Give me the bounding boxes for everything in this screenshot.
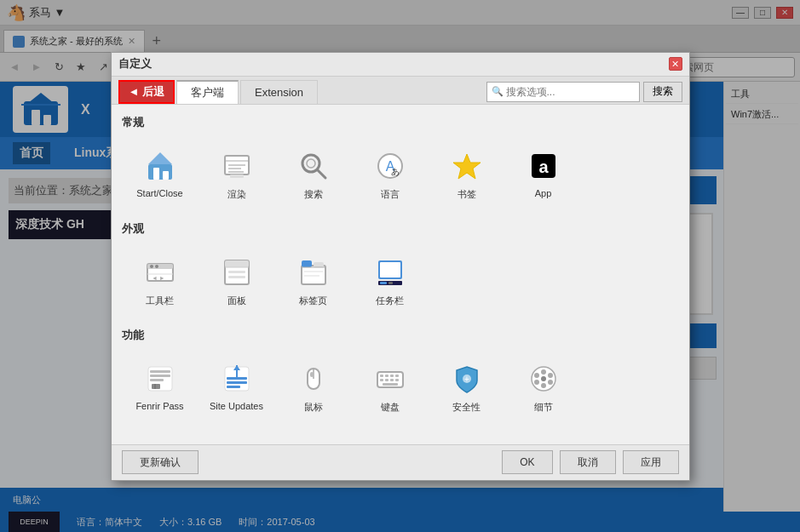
dialog-search-area: 🔍 搜索 <box>486 82 682 102</box>
taskbar-icon <box>373 255 407 289</box>
dialog-titlebar: 自定义 ✕ <box>112 53 689 77</box>
svg-rect-65 <box>385 375 388 377</box>
updates-label: Site Updates <box>210 401 263 411</box>
appearance-item-tabs[interactable]: 标签页 <box>275 249 352 314</box>
dialog-search-button[interactable]: 搜索 <box>643 82 682 102</box>
svg-rect-57 <box>227 377 247 380</box>
svg-rect-51 <box>150 379 164 381</box>
appearance-icon-grid: ◄ ► 工具栏 <box>122 249 679 314</box>
svg-rect-46 <box>380 282 387 284</box>
features-item-security[interactable]: + 安全性 <box>429 355 505 420</box>
features-section-label: 功能 <box>122 328 679 346</box>
language-label: 语言 <box>381 188 400 201</box>
security-label: 安全性 <box>452 401 481 414</box>
features-item-updates[interactable]: Site Updates <box>199 355 275 420</box>
svg-rect-50 <box>150 375 170 377</box>
svg-rect-47 <box>388 282 393 284</box>
dialog-title: 自定义 <box>118 56 152 72</box>
svg-rect-69 <box>385 379 388 381</box>
general-item-language[interactable]: A あ 语言 <box>352 142 429 208</box>
svg-rect-62 <box>310 372 314 377</box>
keyboard-icon <box>373 362 407 396</box>
svg-marker-23 <box>453 154 481 179</box>
bookmark-icon-item <box>450 149 484 183</box>
dialog-search-input[interactable] <box>486 82 640 102</box>
extension-tab[interactable]: Extension <box>240 80 318 104</box>
client-tab[interactable]: 客户端 <box>176 80 239 104</box>
fenrir-label: Fenrir Pass <box>135 401 183 411</box>
svg-rect-49 <box>150 370 170 373</box>
svg-point-77 <box>548 373 553 378</box>
panel-label: 面板 <box>227 295 246 307</box>
svg-text:◄ ►: ◄ ► <box>152 275 165 281</box>
appearance-section-label: 外观 <box>122 221 679 240</box>
mouse-icon <box>296 362 331 396</box>
svg-text:+: + <box>464 375 469 384</box>
apply-button[interactable]: 应用 <box>623 450 679 474</box>
svg-rect-16 <box>230 174 244 178</box>
svg-rect-38 <box>302 260 312 267</box>
svg-rect-58 <box>227 381 247 384</box>
features-item-keyboard[interactable]: 键盘 <box>352 355 429 420</box>
svg-rect-71 <box>395 379 399 381</box>
dialog-body: 常规 Start/Close <box>112 105 689 444</box>
toolbar-icon: ◄ ► <box>143 255 177 289</box>
taskbar-label: 任务栏 <box>376 295 404 307</box>
general-section-label: 常规 <box>122 115 679 134</box>
general-item-render[interactable]: 渲染 <box>199 142 275 208</box>
svg-rect-9 <box>153 168 159 180</box>
general-icon-grid: Start/Close 渲染 <box>122 142 679 208</box>
appearance-item-panel[interactable]: 面板 <box>199 249 275 314</box>
features-item-details[interactable]: 细节 <box>505 355 582 420</box>
svg-point-28 <box>150 265 153 268</box>
ok-button[interactable]: OK <box>502 450 552 474</box>
svg-rect-35 <box>228 271 245 273</box>
svg-rect-44 <box>380 262 400 277</box>
general-item-startclose[interactable]: Start/Close <box>122 142 199 208</box>
appearance-item-taskbar[interactable]: 任务栏 <box>352 249 429 314</box>
startclose-icon <box>143 149 177 183</box>
back-tab-label: ◄ 后退 <box>129 84 164 100</box>
cancel-button[interactable]: 取消 <box>560 450 616 474</box>
svg-marker-8 <box>148 152 172 164</box>
svg-rect-39 <box>314 262 324 267</box>
svg-rect-64 <box>380 375 383 377</box>
general-item-app[interactable]: a App <box>505 142 582 208</box>
svg-rect-13 <box>228 164 245 166</box>
svg-rect-36 <box>228 276 245 278</box>
features-item-fenrir[interactable]: Fenrir Pass <box>122 355 199 420</box>
bookmark-label: 书签 <box>458 188 476 201</box>
svg-rect-33 <box>225 260 249 267</box>
mouse-label: 鼠标 <box>304 401 323 414</box>
svg-rect-70 <box>390 379 394 381</box>
footer-right-buttons: OK 取消 应用 <box>502 450 678 474</box>
svg-rect-59 <box>227 386 240 388</box>
svg-line-19 <box>318 170 325 178</box>
search-label: 搜索 <box>304 188 323 201</box>
svg-rect-10 <box>163 171 169 180</box>
general-item-bookmark[interactable]: 书签 <box>429 142 505 208</box>
search-input-wrapper: 🔍 <box>486 82 640 102</box>
update-confirm-button[interactable]: 更新确认 <box>122 450 199 474</box>
search-icon: 🔍 <box>492 86 504 97</box>
svg-text:あ: あ <box>391 167 400 176</box>
toolbar-label: 工具栏 <box>146 295 174 307</box>
dialog-close-button[interactable]: ✕ <box>669 57 682 71</box>
general-item-search[interactable]: 搜索 <box>275 142 352 208</box>
startclose-label: Start/Close <box>136 188 182 198</box>
svg-point-76 <box>541 369 546 375</box>
svg-point-82 <box>541 376 546 381</box>
features-item-mouse[interactable]: 鼠标 <box>275 355 352 420</box>
svg-point-78 <box>548 380 553 385</box>
updates-icon <box>220 362 254 396</box>
search-icon-item <box>296 149 331 183</box>
svg-point-81 <box>534 373 539 378</box>
features-icon-grid: Fenrir Pass Site Updates <box>122 355 679 420</box>
svg-rect-72 <box>383 383 398 386</box>
appearance-item-toolbar[interactable]: ◄ ► 工具栏 <box>122 249 199 314</box>
dialog-tabs: ◄ 后退 客户端 Extension 🔍 搜索 <box>112 77 689 105</box>
svg-point-79 <box>541 383 546 388</box>
security-icon: + <box>450 362 484 396</box>
svg-rect-42 <box>304 275 319 277</box>
back-tab-button[interactable]: ◄ 后退 <box>118 80 175 104</box>
